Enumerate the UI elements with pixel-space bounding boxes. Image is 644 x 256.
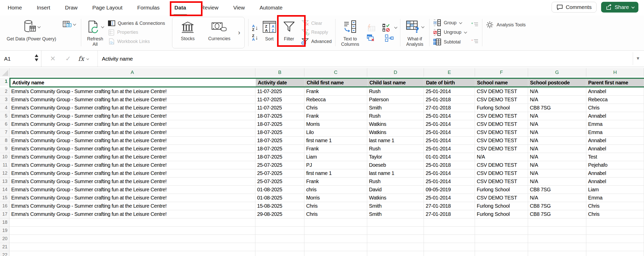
cell-C13[interactable]: Frank [304,177,367,186]
cell-G18[interactable] [528,218,586,227]
cell-H12[interactable]: Annabel [586,169,644,177]
cell-D16[interactable]: Smith [367,202,424,210]
cell-H9[interactable]: Annabel [586,145,644,153]
tab-insert[interactable]: Insert [37,5,50,11]
cell-H15[interactable]: Emma [586,194,644,202]
column-header-G[interactable]: G [528,68,586,77]
cell-H11[interactable]: Pejehafo [586,161,644,169]
cell-A16[interactable]: Emma's Community Group - Summer crafting… [9,202,255,210]
cell-H21[interactable] [586,243,644,251]
cell-C12[interactable]: first name 1 [304,169,367,177]
cell-F13[interactable]: CSV DEMO TEST [475,177,528,186]
cell-E16[interactable]: 27-01-2018 [424,202,475,210]
filter-button[interactable]: Filter [281,16,297,49]
cell-A14[interactable]: Emma's Community Group - Summer crafting… [9,186,255,194]
select-all-corner[interactable] [0,68,9,77]
row-header-21[interactable]: 21 [0,243,9,251]
column-header-F[interactable]: F [475,68,528,77]
cell-H20[interactable] [586,235,644,243]
cell-C18[interactable] [304,218,367,227]
cell-E11[interactable]: 25-01-2018 [424,161,475,169]
cell-B8[interactable]: 18-07-2025 [255,137,304,145]
cell-D3[interactable]: Paterson [367,96,424,104]
cell-H22[interactable] [586,251,644,256]
cell-D18[interactable] [367,218,424,227]
formula-input[interactable]: Activity name [98,51,632,67]
share-button[interactable]: Share [601,2,638,13]
row-header-17[interactable]: 17 [0,210,9,218]
cell-G15[interactable]: N/A [528,194,586,202]
cell-D20[interactable] [367,235,424,243]
cell-G21[interactable] [528,243,586,251]
cell-G5[interactable]: N/A [528,112,586,120]
column-header-E[interactable]: E [424,68,475,77]
cell-B5[interactable]: 18-07-2025 [255,112,304,120]
cell-G17[interactable]: CB8 7SG [528,210,586,218]
cell-A21[interactable] [9,243,255,251]
cell-A4[interactable]: Emma's Community Group - Summer crafting… [9,104,255,112]
cell-C16[interactable]: Chris [304,202,367,210]
row-header-6[interactable]: 6 [0,120,9,128]
cell-G13[interactable]: N/A [528,177,586,186]
cell-E19[interactable] [424,227,475,235]
row-header-5[interactable]: 5 [0,112,9,120]
row-header-8[interactable]: 8 [0,137,9,145]
cell-B7[interactable]: 18-07-2025 [255,128,304,137]
cell-A13[interactable]: Emma's Community Group - Summer crafting… [9,177,255,186]
cell-B16[interactable]: 15-08-2025 [255,202,304,210]
cell-A7[interactable]: Emma's Community Group - Summer crafting… [9,128,255,137]
queries-connections-button[interactable]: Queries & Connections [108,19,165,28]
row-header-2[interactable]: 2 [0,87,9,96]
tab-automate[interactable]: Automate [260,5,283,11]
cell-C22[interactable] [304,251,367,256]
cell-C4[interactable]: Chris [304,104,367,112]
cell-E22[interactable] [424,251,475,256]
row-header-7[interactable]: 7 [0,128,9,137]
cell-D10[interactable]: Taylor [367,153,424,161]
cell-E20[interactable] [424,235,475,243]
insert-function-button[interactable]: fx [78,51,89,67]
cell-C6[interactable]: Morris [304,120,367,128]
cell-D7[interactable]: Watkins [367,128,424,137]
show-detail-icon[interactable] [471,21,479,27]
cell-H14[interactable]: Liam [586,186,644,194]
cell-A12[interactable]: Emma's Community Group - Summer crafting… [9,169,255,177]
cell-A19[interactable] [9,227,255,235]
cell-D1[interactable]: Child last name [368,79,424,86]
row-header-15[interactable]: 15 [0,194,9,202]
currencies-button[interactable]: Currencies [201,18,237,47]
cell-D14[interactable]: David [367,186,424,194]
cell-B18[interactable] [255,218,304,227]
row-header-11[interactable]: 11 [0,161,9,169]
cell-B2[interactable]: 11-07-2025 [255,87,304,96]
cell-C1[interactable]: Child first name [305,79,368,86]
cell-D2[interactable]: Rush [367,87,424,96]
cell-C21[interactable] [304,243,367,251]
cell-G6[interactable]: N/A [528,120,586,128]
cell-B12[interactable]: 25-07-2025 [255,169,304,177]
cell-C8[interactable]: first name 1 [304,137,367,145]
subtotal-button[interactable]: Subtotal [433,38,466,46]
name-box-stepper[interactable] [35,54,38,61]
what-if-analysis-button[interactable]: ? What-if Analysis [404,16,426,49]
cell-E18[interactable] [424,218,475,227]
cell-H4[interactable]: Chris [586,104,644,112]
tab-page-layout[interactable]: Page Layout [92,5,123,11]
cell-F1[interactable]: School name [475,79,528,86]
reapply-filter-button[interactable]: ↻ Reapply [302,28,332,37]
row-header-3[interactable]: 3 [0,96,9,104]
cell-B4[interactable]: 11-07-2025 [255,104,304,112]
cell-A15[interactable]: Emma's Community Group - Summer crafting… [9,194,255,202]
cell-F3[interactable]: CSV DEMO TEST [475,96,528,104]
cell-H1[interactable]: Parent first name [586,79,644,86]
refresh-all-button[interactable]: Refresh All [85,16,105,49]
cell-F10[interactable]: N/A [475,153,528,161]
workbook-links-button[interactable]: Workbook Links [108,37,165,46]
row-header-18[interactable]: 18 [0,218,9,227]
row-header-10[interactable]: 10 [0,153,9,161]
cell-H13[interactable]: Annabel [586,177,644,186]
cell-D8[interactable]: last name 1 [367,137,424,145]
cell-E3[interactable]: 25-01-2018 [424,96,475,104]
cell-D5[interactable]: Rush [367,112,424,120]
cell-B22[interactable] [255,251,304,256]
